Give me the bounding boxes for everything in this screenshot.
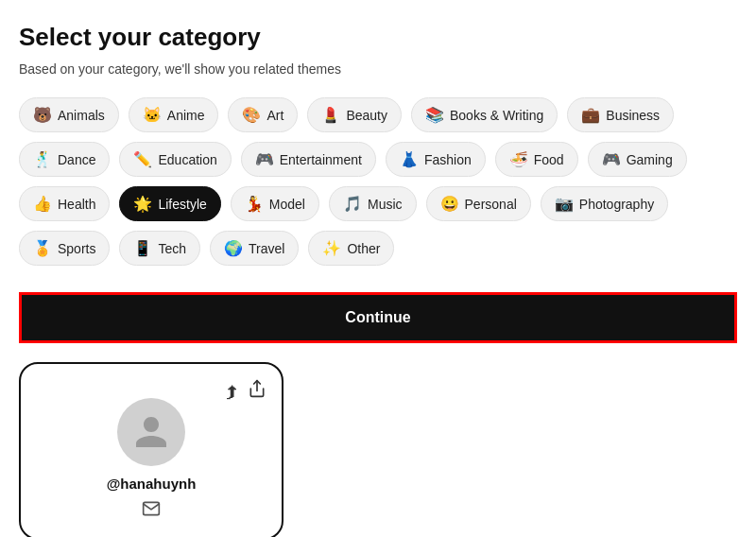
category-emoji: ✨ [322, 239, 341, 257]
category-emoji: 📷 [555, 195, 574, 213]
category-chip-model[interactable]: 💃Model [231, 186, 319, 221]
categories-grid: 🐻Animals🐱Anime🎨Art💄Beauty📚Books & Writin… [19, 97, 737, 266]
category-chip-photography[interactable]: 📷Photography [541, 186, 668, 221]
category-emoji: 👗 [400, 150, 419, 168]
category-emoji: 🐻 [33, 106, 52, 124]
category-chip-other[interactable]: ✨Other [308, 231, 394, 266]
preview-card: ⮭ @hanahuynh [19, 362, 284, 537]
category-label: Dance [58, 152, 95, 167]
category-chip-lifestyle[interactable]: 🌟Lifestyle [119, 186, 220, 221]
category-emoji: 🌟 [133, 195, 152, 213]
category-chip-animals[interactable]: 🐻Animals [19, 97, 119, 132]
category-emoji: 🌍 [224, 239, 243, 257]
category-label: Entertainment [280, 152, 362, 167]
category-label: Sports [58, 241, 95, 256]
share-icon[interactable]: ⮭ [223, 379, 266, 403]
category-emoji: 🎮 [602, 150, 621, 168]
category-label: Animals [58, 108, 105, 123]
category-emoji: 🍜 [509, 150, 528, 168]
category-chip-books-writing[interactable]: 📚Books & Writing [411, 97, 558, 132]
category-label: Travel [249, 241, 284, 256]
category-label: Food [534, 152, 564, 167]
category-label: Beauty [346, 108, 387, 123]
category-chip-sports[interactable]: 🏅Sports [19, 231, 110, 266]
category-label: Lifestyle [158, 197, 206, 212]
category-emoji: 🎵 [343, 195, 362, 213]
category-chip-music[interactable]: 🎵Music [329, 186, 417, 221]
category-emoji: 🕺 [33, 150, 52, 168]
category-chip-fashion[interactable]: 👗Fashion [386, 142, 486, 177]
category-chip-tech[interactable]: 📱Tech [119, 231, 200, 266]
category-chip-gaming[interactable]: 🎮Gaming [588, 142, 687, 177]
category-emoji: ✏️ [133, 150, 152, 168]
page-wrapper: Select your category Based on your categ… [0, 0, 756, 537]
preview-username: @hanahuynh [36, 476, 266, 492]
category-emoji: 💼 [581, 106, 600, 124]
category-emoji: 🏅 [33, 239, 52, 257]
category-chip-dance[interactable]: 🕺Dance [19, 142, 110, 177]
category-label: Fashion [424, 152, 472, 167]
page-title: Select your category [19, 23, 737, 52]
category-emoji: 🎮 [255, 150, 274, 168]
category-label: Health [58, 197, 95, 212]
mail-icon [36, 499, 266, 523]
category-label: Business [606, 108, 660, 123]
category-chip-travel[interactable]: 🌍Travel [210, 231, 299, 266]
category-label: Personal [465, 197, 517, 212]
category-chip-entertainment[interactable]: 🎮Entertainment [241, 142, 376, 177]
category-emoji: 👍 [33, 195, 52, 213]
category-label: Gaming [627, 152, 673, 167]
category-chip-beauty[interactable]: 💄Beauty [307, 97, 402, 132]
category-label: Music [368, 197, 403, 212]
category-label: Books & Writing [450, 108, 543, 123]
category-chip-food[interactable]: 🍜Food [495, 142, 578, 177]
continue-button[interactable]: Continue [19, 292, 737, 343]
category-emoji: 📱 [133, 239, 152, 257]
category-emoji: 📚 [425, 106, 444, 124]
category-emoji: 🐱 [143, 106, 162, 124]
category-label: Tech [158, 241, 186, 256]
category-label: Model [269, 197, 305, 212]
category-chip-personal[interactable]: 😀Personal [426, 186, 531, 221]
category-label: Anime [167, 108, 205, 123]
category-chip-business[interactable]: 💼Business [567, 97, 674, 132]
page-subtitle: Based on your category, we'll show you r… [19, 61, 737, 77]
category-chip-anime[interactable]: 🐱Anime [129, 97, 219, 132]
continue-button-wrapper: Continue [19, 292, 737, 343]
category-emoji: 💃 [245, 195, 264, 213]
category-label: Other [347, 241, 380, 256]
category-emoji: 🎨 [242, 106, 261, 124]
category-emoji: 💄 [321, 106, 340, 124]
category-chip-health[interactable]: 👍Health [19, 186, 110, 221]
category-emoji: 😀 [440, 195, 459, 213]
category-label: Art [266, 108, 284, 123]
category-label: Photography [579, 197, 654, 212]
category-chip-art[interactable]: 🎨Art [228, 97, 298, 132]
category-chip-education[interactable]: ✏️Education [119, 142, 231, 177]
avatar [117, 398, 185, 466]
category-label: Education [158, 152, 216, 167]
